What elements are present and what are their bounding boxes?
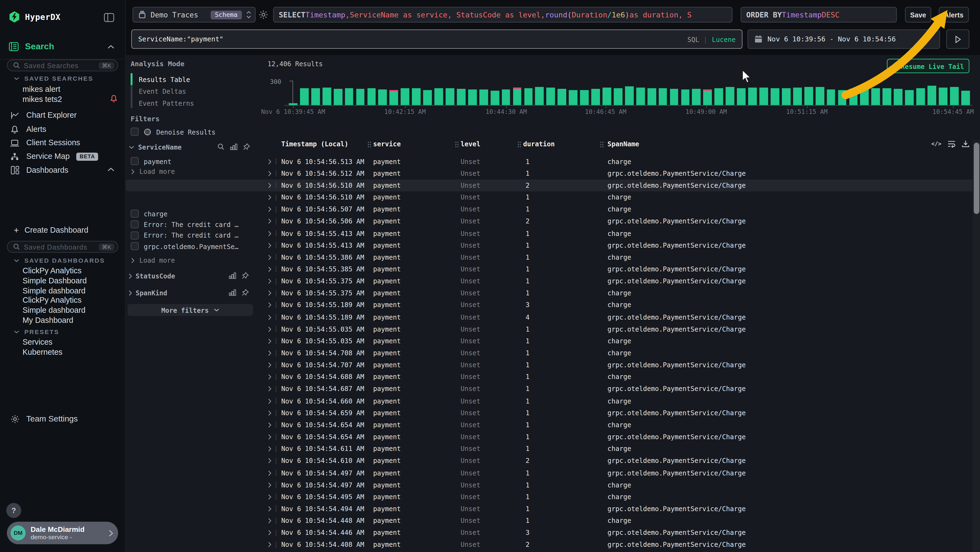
saved-dashboard-item[interactable]: ClickPy Analytics — [22, 296, 87, 306]
row-expand-icon[interactable] — [268, 422, 271, 428]
row-expand-icon[interactable] — [268, 302, 271, 308]
row-expand-icon[interactable] — [268, 530, 271, 536]
row-expand-icon[interactable] — [268, 290, 271, 296]
row-expand-icon[interactable] — [268, 183, 271, 188]
run-query-button[interactable] — [946, 29, 969, 49]
table-row[interactable]: Nov 6 10:54:56.510 AMpaymentUnset2grpc.o… — [125, 180, 980, 191]
help-button[interactable]: ? — [6, 503, 21, 518]
table-row[interactable]: Nov 6 10:54:54.654 AMpaymentUnset1charge — [125, 419, 980, 431]
app-logo[interactable]: HyperDX — [9, 11, 60, 22]
table-row[interactable]: Nov 6 10:54:54.497 AMpaymentUnset1grpc.o… — [125, 467, 980, 479]
presets-section[interactable]: PRESETS — [14, 328, 59, 335]
alerts-button[interactable]: Alerts — [939, 7, 969, 22]
row-expand-icon[interactable] — [268, 171, 271, 176]
scrollbar-thumb[interactable] — [974, 142, 979, 214]
table-row[interactable]: Nov 6 10:54:55.385 AMpaymentUnset1grpc.o… — [125, 263, 980, 275]
row-expand-icon[interactable] — [268, 314, 271, 320]
sidebar-collapse-icon[interactable] — [104, 13, 115, 22]
table-row[interactable]: Nov 6 10:54:54.494 AMpaymentUnset1grpc.o… — [125, 503, 980, 515]
language-toggle-lucene[interactable]: Lucene — [712, 35, 735, 43]
row-expand-icon[interactable] — [268, 362, 271, 368]
saved-dashboard-item[interactable]: My Dashboard — [22, 316, 87, 325]
source-select[interactable]: Demo Traces Schema — [132, 7, 256, 22]
row-expand-icon[interactable] — [268, 410, 271, 416]
row-expand-icon[interactable] — [268, 338, 271, 344]
table-row[interactable]: Nov 6 10:54:55.035 AMpaymentUnset1charge — [125, 335, 980, 347]
sidebar-item-alerts[interactable]: Alerts — [10, 125, 46, 134]
table-row[interactable]: Nov 6 10:54:55.413 AMpaymentUnset1grpc.o… — [125, 239, 980, 252]
row-expand-icon[interactable] — [268, 219, 271, 224]
saved-search-item[interactable]: mikes tets2 — [22, 95, 62, 104]
saved-dashboards-input[interactable]: Saved Dashboards ⌘K — [7, 241, 118, 253]
row-expand-icon[interactable] — [268, 482, 271, 488]
sidebar-item-team-settings[interactable]: Team Settings — [10, 414, 78, 423]
user-menu[interactable]: DM Dale McDiarmid demo-service - — [7, 522, 118, 544]
sql-select-editor[interactable]: SELECT Timestamp, ServiceName as service… — [273, 7, 732, 22]
table-row[interactable]: Nov 6 10:54:54.660 AMpaymentUnset1charge — [125, 395, 980, 407]
table-row[interactable]: Nov 6 10:54:54.611 AMpaymentUnset1charge — [125, 443, 980, 455]
row-expand-icon[interactable] — [268, 542, 271, 548]
table-row[interactable]: Nov 6 10:54:55.413 AMpaymentUnset1charge — [125, 228, 980, 239]
row-expand-icon[interactable] — [268, 254, 271, 260]
search-query-input[interactable]: ServiceName:"payment" SQL | Lucene — [131, 29, 742, 49]
table-row[interactable]: Nov 6 10:54:54.707 AMpaymentUnset1grpc.o… — [125, 359, 980, 371]
row-expand-icon[interactable] — [268, 386, 271, 392]
row-expand-icon[interactable] — [268, 230, 271, 236]
sidebar-item-chart-explorer[interactable]: Chart Explorer — [10, 111, 77, 119]
saved-dashboard-item[interactable]: Simple dashboard — [22, 286, 87, 296]
saved-search-item[interactable]: mikes alert — [22, 85, 60, 94]
table-row[interactable]: Nov 6 10:54:56.507 AMpaymentUnset1charge — [125, 204, 980, 215]
saved-searches-section[interactable]: SAVED SEARCHES — [14, 75, 93, 82]
row-expand-icon[interactable] — [268, 242, 271, 248]
row-expand-icon[interactable] — [268, 159, 271, 164]
chevron-up-icon[interactable] — [108, 168, 115, 171]
table-row[interactable]: Nov 6 10:54:54.708 AMpaymentUnset1charge — [125, 347, 980, 359]
table-row[interactable]: Nov 6 10:54:55.375 AMpaymentUnset1grpc.o… — [125, 275, 980, 287]
preset-item[interactable]: Services — [22, 338, 63, 348]
table-row[interactable]: Nov 6 10:54:55.189 AMpaymentUnset3charge — [125, 299, 980, 311]
table-row[interactable]: Nov 6 10:54:54.659 AMpaymentUnset1grpc.o… — [125, 407, 980, 419]
sidebar-item-service-map[interactable]: Service Map BETA — [10, 152, 98, 161]
table-row[interactable]: Nov 6 10:54:54.610 AMpaymentUnset2grpc.o… — [125, 455, 980, 467]
row-expand-icon[interactable] — [268, 266, 271, 272]
language-toggle-sql[interactable]: SQL — [687, 35, 699, 43]
saved-dashboard-item[interactable]: Simple Dashboard — [22, 276, 87, 286]
saved-dashboard-item[interactable]: ClickPy Analytics — [22, 266, 87, 276]
table-row[interactable]: Nov 6 10:54:56.510 AMpaymentUnset1charge — [125, 191, 980, 204]
row-expand-icon[interactable] — [268, 398, 271, 404]
saved-dashboard-item[interactable]: Simple dashboard — [22, 306, 87, 316]
row-expand-icon[interactable] — [268, 195, 271, 200]
saved-searches-input[interactable]: Saved Searches ⌘K — [7, 59, 118, 72]
table-row[interactable]: Nov 6 10:54:54.687 AMpaymentUnset1grpc.o… — [125, 383, 980, 395]
sidebar-item-dashboards[interactable]: Dashboards — [10, 166, 68, 174]
row-expand-icon[interactable] — [268, 434, 271, 440]
table-row[interactable]: Nov 6 10:54:55.375 AMpaymentUnset1charge — [125, 287, 980, 299]
row-expand-icon[interactable] — [268, 374, 271, 380]
row-expand-icon[interactable] — [268, 278, 271, 284]
row-expand-icon[interactable] — [268, 446, 271, 452]
table-row[interactable]: Nov 6 10:54:55.386 AMpaymentUnset1charge — [125, 251, 980, 263]
row-expand-icon[interactable] — [268, 470, 271, 476]
table-row[interactable]: Nov 6 10:54:54.497 AMpaymentUnset1charge — [125, 479, 980, 491]
row-expand-icon[interactable] — [268, 326, 271, 332]
table-row[interactable]: Nov 6 10:54:54.654 AMpaymentUnset1grpc.o… — [125, 431, 980, 443]
row-expand-icon[interactable] — [268, 458, 271, 464]
preset-item[interactable]: Kubernetes — [22, 348, 63, 357]
table-row[interactable]: Nov 6 10:54:54.495 AMpaymentUnset1charge — [125, 491, 980, 503]
row-expand-icon[interactable] — [268, 494, 271, 500]
row-expand-icon[interactable] — [268, 518, 271, 524]
create-dashboard-button[interactable]: + Create Dashboard — [14, 225, 89, 235]
row-expand-icon[interactable] — [268, 506, 271, 512]
source-settings-gear-icon[interactable] — [259, 10, 268, 19]
table-row[interactable]: Nov 6 10:54:54.448 AMpaymentUnset1charge — [125, 515, 980, 527]
table-row[interactable]: Nov 6 10:54:56.513 AMpaymentUnset1charge — [125, 156, 980, 168]
time-range-picker[interactable]: Nov 6 10:39:56 - Nov 6 10:54:56 — [748, 29, 940, 49]
table-row[interactable]: Nov 6 10:54:55.189 AMpaymentUnset4grpc.o… — [125, 311, 980, 323]
table-row[interactable]: Nov 6 10:54:56.506 AMpaymentUnset2grpc.o… — [125, 215, 980, 228]
sidebar-item-client-sessions[interactable]: Client Sessions — [10, 138, 80, 147]
save-button[interactable]: Save — [905, 7, 931, 22]
table-row[interactable]: Nov 6 10:54:56.512 AMpaymentUnset1grpc.o… — [125, 168, 980, 180]
row-expand-icon[interactable] — [268, 350, 271, 356]
table-row[interactable]: Nov 6 10:54:54.688 AMpaymentUnset1charge — [125, 371, 980, 383]
table-row[interactable]: Nov 6 10:54:54.446 AMpaymentUnset3grpc.o… — [125, 527, 980, 539]
